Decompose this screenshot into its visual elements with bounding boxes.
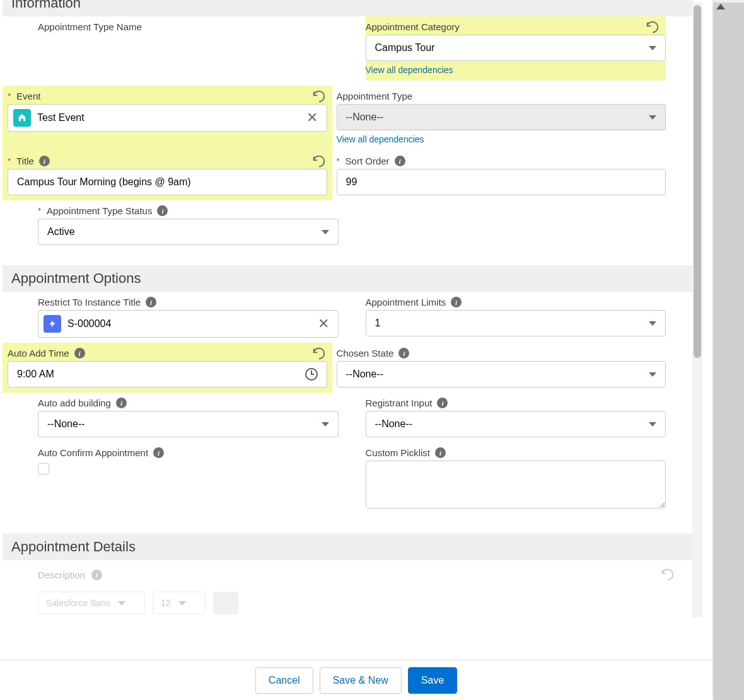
field-event: * Event Test Event ✕ — [3, 86, 332, 151]
lookup-restrict-instance[interactable]: S-000004 ✕ — [38, 310, 339, 338]
ghost-description-area: Description i Salesforce Sans 12 — [3, 560, 694, 614]
chevron-down-icon — [649, 422, 656, 427]
required-indicator: * — [38, 206, 41, 215]
select-chosen-state[interactable]: --None-- — [337, 361, 666, 387]
label-appt-type-status: * Appointment Type Status i — [38, 205, 339, 219]
info-icon[interactable]: i — [435, 447, 446, 458]
info-icon: i — [91, 570, 102, 580]
clear-icon[interactable]: ✕ — [318, 316, 333, 332]
page-side-panel — [714, 3, 744, 700]
required-indicator: * — [337, 156, 340, 166]
clear-icon[interactable]: ✕ — [306, 110, 322, 126]
label-auto-add-building: Auto add building i — [38, 398, 339, 411]
field-appt-limits: Appointment Limits i 1 — [366, 292, 666, 341]
chevron-down-icon — [649, 115, 656, 120]
select-appt-type[interactable]: --None-- — [337, 104, 666, 130]
checkbox-auto-confirm[interactable] — [38, 463, 49, 474]
required-indicator: * — [8, 91, 11, 101]
field-registrant-input: Registrant Input i --None-- — [366, 393, 666, 442]
textarea-custom-picklist[interactable] — [366, 461, 666, 508]
label-appt-type: Appointment Type — [337, 91, 666, 104]
field-custom-picklist: Custom Picklist i — [366, 442, 666, 516]
label-custom-picklist: Custom Picklist i — [366, 447, 666, 461]
field-restrict-instance: Restrict To Instance Title i S-000004 ✕ — [38, 292, 339, 343]
scroll-up-arrow-icon[interactable] — [716, 4, 725, 9]
label-auto-add-time: Auto Add Time i — [8, 348, 327, 361]
lookup-event[interactable]: Test Event ✕ — [8, 104, 327, 132]
edit-form: Information Appointment Type Name Appoin… — [3, 0, 694, 617]
label-auto-confirm: Auto Confirm Appointment i — [38, 447, 339, 461]
modal-scrollbar[interactable] — [692, 3, 702, 617]
select-appt-category[interactable]: Campus Tour — [366, 35, 666, 61]
label-title: * Title i — [8, 156, 327, 169]
scrollbar-thumb[interactable] — [694, 5, 701, 358]
required-indicator: * — [8, 156, 11, 166]
chevron-down-icon — [649, 46, 656, 50]
input-auto-add-time[interactable]: 9:00 AM — [8, 361, 327, 387]
richtext-toolbar: Salesforce Sans 12 — [38, 592, 694, 614]
toolbar-unknown — [213, 592, 238, 614]
section-header-information: Information — [3, 0, 694, 16]
label-restrict-instance: Restrict To Instance Title i — [38, 297, 339, 310]
info-icon[interactable]: i — [157, 205, 168, 216]
link-view-dependencies-category[interactable]: View all dependencies — [366, 61, 453, 75]
save-and-new-button[interactable]: Save & New — [320, 667, 402, 694]
field-sort-order: * Sort Order i — [337, 151, 666, 200]
size-select: 12 — [153, 592, 206, 614]
label-appt-limits: Appointment Limits i — [366, 297, 666, 310]
undo-icon[interactable] — [312, 347, 326, 360]
info-icon[interactable]: i — [39, 156, 50, 166]
field-chosen-state: Chosen State i --None-- — [337, 343, 666, 393]
input-sort-order[interactable] — [337, 169, 666, 195]
save-button[interactable]: Save — [408, 667, 457, 694]
chevron-down-icon — [118, 601, 125, 605]
field-appt-category: Appointment Category Campus Tour View al… — [366, 16, 666, 81]
instance-icon — [44, 315, 61, 333]
undo-icon[interactable] — [646, 20, 660, 34]
section-header-details: Appointment Details — [3, 534, 694, 560]
modal-footer: Cancel Save & New Save — [0, 660, 712, 700]
chevron-down-icon — [649, 372, 656, 377]
chevron-down-icon — [322, 230, 329, 234]
info-icon[interactable]: i — [395, 156, 405, 166]
info-icon[interactable]: i — [437, 398, 448, 408]
field-appt-type: Appointment Type --None-- View all depen… — [337, 86, 666, 150]
information-body: Appointment Type Name Appointment Catego… — [3, 16, 694, 250]
chevron-down-icon — [649, 321, 656, 326]
label-sort-order: * Sort Order i — [337, 156, 666, 169]
cancel-button[interactable]: Cancel — [255, 667, 313, 694]
label-registrant-input: Registrant Input i — [366, 398, 666, 411]
info-icon[interactable]: i — [398, 348, 409, 359]
label-chosen-state: Chosen State i — [337, 348, 666, 361]
input-title[interactable] — [8, 169, 327, 195]
select-registrant-input[interactable]: --None-- — [366, 411, 666, 437]
label-description: Description i — [38, 568, 694, 582]
undo-icon[interactable] — [312, 154, 326, 168]
field-auto-add-building: Auto add building i --None-- — [38, 393, 339, 442]
select-appt-limits[interactable]: 1 — [366, 310, 666, 336]
modal-container: Information Appointment Type Name Appoin… — [0, 0, 712, 700]
field-appt-type-status: * Appointment Type Status i Active — [38, 200, 339, 250]
chevron-down-icon — [178, 601, 186, 605]
event-icon — [13, 109, 31, 127]
select-auto-add-building[interactable]: --None-- — [38, 411, 339, 437]
info-icon[interactable]: i — [74, 348, 85, 359]
field-auto-add-time: Auto Add Time i 9:00 AM — [3, 343, 332, 393]
options-body: Restrict To Instance Title i S-000004 ✕ — [3, 292, 694, 516]
field-title: * Title i — [3, 151, 332, 200]
font-select: Salesforce Sans — [38, 592, 145, 614]
info-icon[interactable]: i — [153, 447, 164, 458]
info-icon[interactable]: i — [116, 398, 127, 408]
info-icon[interactable]: i — [451, 297, 462, 307]
label-appt-category: Appointment Category — [366, 21, 666, 35]
clock-icon — [305, 368, 318, 381]
undo-icon[interactable] — [312, 89, 326, 103]
link-view-dependencies-type[interactable]: View all dependencies — [337, 130, 424, 144]
select-appt-type-status[interactable]: Active — [38, 219, 339, 245]
info-icon[interactable]: i — [146, 297, 156, 307]
label-event: * Event — [8, 91, 327, 104]
section-header-options: Appointment Options — [3, 265, 694, 292]
label-appt-type-name: Appointment Type Name — [38, 21, 339, 35]
undo-icon — [661, 568, 675, 582]
field-auto-confirm: Auto Confirm Appointment i — [38, 442, 339, 479]
